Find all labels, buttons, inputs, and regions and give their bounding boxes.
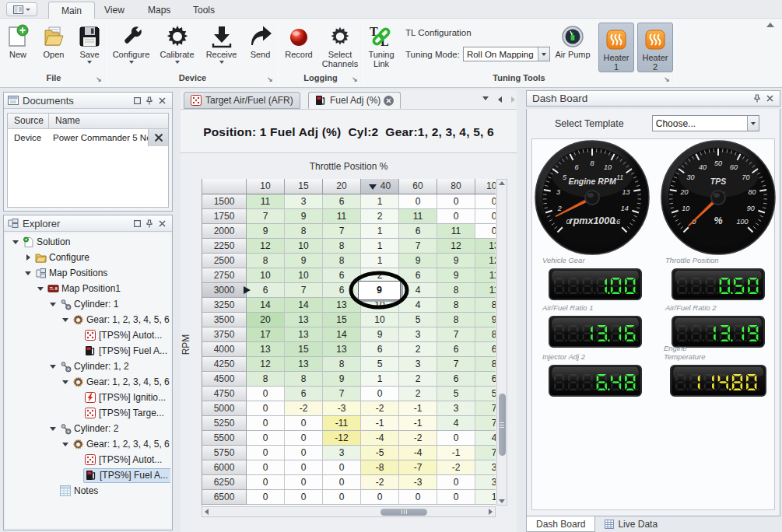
grid-cell[interactable]: 7 [475, 446, 496, 460]
grid-cell[interactable]: 13 [285, 357, 323, 372]
grid-cell[interactable]: 14 [247, 298, 285, 313]
expander-open-icon[interactable] [60, 318, 71, 322]
grid-cell[interactable]: 4 [475, 431, 496, 446]
scroll-right-icon[interactable] [489, 507, 493, 516]
column-header-80[interactable]: 80 [437, 179, 475, 194]
grid-cell[interactable]: 13 [285, 327, 323, 342]
grid-cell[interactable]: 0 [247, 387, 285, 401]
grid-cell[interactable]: 12 [247, 357, 285, 372]
ribbon-tab-view[interactable]: View [92, 2, 137, 19]
grid-cell[interactable]: 0 [247, 446, 285, 460]
tree-item[interactable]: Configure [5, 250, 170, 265]
grid-cell[interactable]: 0 [361, 490, 399, 505]
grid-cell[interactable]: 0 [475, 209, 496, 224]
grid-cell[interactable]: 7 [247, 209, 285, 224]
row-header-4250[interactable]: 4250 [202, 357, 247, 372]
grid-cell[interactable]: 8 [247, 254, 285, 268]
grid-cell[interactable]: 7 [323, 224, 361, 239]
ribbon-tab-main[interactable]: Main [48, 2, 95, 19]
grid-cell[interactable]: -1 [361, 416, 399, 431]
grid-cell[interactable]: 3 [475, 475, 496, 490]
grid-cell[interactable]: 0 [437, 209, 475, 224]
grid-cell[interactable]: 14 [323, 327, 361, 342]
column-header-100[interactable]: 100 [475, 179, 496, 194]
grid-cell[interactable]: 0 [437, 475, 475, 490]
grid-cell[interactable]: -1 [399, 401, 437, 416]
grid-cell[interactable]: 9 [361, 327, 399, 342]
pin-icon[interactable] [751, 93, 763, 104]
select-channels-button[interactable]: Select Channels [319, 20, 361, 72]
row-header-4750[interactable]: 4750 [202, 387, 247, 401]
tree-item[interactable]: [TPS%] Fuel A... [5, 467, 170, 483]
record-button[interactable]: Record [280, 20, 317, 72]
grid-cell[interactable]: -7 [399, 460, 437, 475]
grid-cell[interactable]: 6 [399, 268, 437, 283]
row-header-6000[interactable]: 6000 [202, 460, 247, 475]
grid-cell[interactable]: 8 [285, 224, 323, 239]
tree-item[interactable]: Gear: 1, 2, 3, 4, 5, 6 [5, 312, 170, 327]
row-header-1500[interactable]: 1500 [202, 194, 247, 209]
tab-dash-board[interactable]: Dash Board [526, 516, 595, 532]
grid-cell[interactable]: 9 [437, 254, 475, 268]
row-header-5000[interactable]: 5000 [202, 401, 247, 416]
receive-button[interactable]: Receive [201, 20, 243, 72]
grid-cell[interactable]: 7 [437, 357, 475, 372]
grid-cell[interactable]: 1 [361, 372, 399, 387]
row-header-3500[interactable]: 3500 [202, 313, 247, 327]
grid-cell[interactable]: 12 [247, 239, 285, 254]
dialog-launcher-icon[interactable]: ↘ [266, 75, 274, 83]
grid-cell[interactable]: -2 [361, 475, 399, 490]
grid-cell[interactable]: 9 [285, 209, 323, 224]
grid-cell[interactable]: 7 [475, 416, 496, 431]
pin-icon[interactable] [143, 95, 156, 106]
grid-cell[interactable]: 0 [285, 475, 323, 490]
expander-open-icon[interactable] [60, 380, 71, 384]
grid-cell[interactable]: -2 [361, 401, 399, 416]
grid-cell[interactable]: 8 [323, 357, 361, 372]
grid-cell[interactable]: 8 [437, 313, 475, 327]
grid-cell[interactable]: 0 [285, 431, 323, 446]
grid-horizontal-scrollbar[interactable] [202, 506, 496, 517]
grid-cell[interactable]: 3 [399, 327, 437, 342]
tab-target-air-fuel[interactable]: Target Air/Fuel (AFR) [184, 92, 300, 109]
maximize-icon[interactable] [131, 218, 143, 229]
grid-cell[interactable]: 0 [399, 490, 437, 505]
expander-open-icon[interactable] [47, 303, 58, 306]
grid-cell[interactable]: 12 [475, 254, 496, 268]
row-header-5500[interactable]: 5500 [202, 431, 247, 446]
grid-cell[interactable]: 15 [285, 342, 323, 357]
grid-cell[interactable]: 3 [475, 460, 496, 475]
scroll-left-icon[interactable] [205, 507, 209, 516]
pin-icon[interactable] [143, 218, 156, 229]
grid-cell[interactable]: 3 [437, 401, 475, 416]
configure-dropdown-icon[interactable] [129, 61, 134, 64]
column-header-60[interactable]: 60 [399, 179, 437, 194]
grid-cell[interactable]: 6 [361, 342, 399, 357]
grid-cell[interactable]: 13 [475, 239, 496, 254]
grid-cell[interactable]: -2 [399, 431, 437, 446]
column-header-name[interactable]: Name [48, 114, 168, 128]
grid-cell[interactable]: 2 [399, 387, 437, 401]
grid-cell[interactable]: -8 [361, 460, 399, 475]
grid-cell[interactable]: 0 [247, 431, 285, 446]
new-button[interactable]: New [1, 20, 35, 72]
grid-cell[interactable]: 8 [323, 239, 361, 254]
tab-live-data[interactable]: Live Data [595, 516, 667, 532]
grid-cell[interactable]: 13 [323, 298, 361, 313]
grid-cell[interactable]: 6 [323, 194, 361, 209]
grid-cell[interactable]: 2 [399, 342, 437, 357]
grid-cell[interactable]: 11 [399, 209, 437, 224]
tree-item[interactable]: [TPS%] Fuel A... [5, 343, 170, 359]
grid-cell[interactable]: 10 [285, 239, 323, 254]
grid-cell[interactable]: 1 [475, 490, 496, 505]
dialog-launcher-icon[interactable]: ↘ [351, 75, 359, 83]
grid-cell[interactable]: -12 [323, 431, 361, 446]
expander-open-icon[interactable] [10, 240, 21, 244]
tuning-mode-combobox[interactable]: Roll On Mapping [463, 47, 550, 61]
grid-cell[interactable]: 6 [475, 342, 496, 357]
grid-cell[interactable]: 3 [285, 194, 323, 209]
grid-cell[interactable]: 5 [475, 387, 496, 401]
grid-cell[interactable]: 6 [323, 268, 361, 283]
qat-dropdown-icon[interactable] [26, 9, 30, 11]
row-header-2500[interactable]: 2500 [202, 254, 247, 268]
